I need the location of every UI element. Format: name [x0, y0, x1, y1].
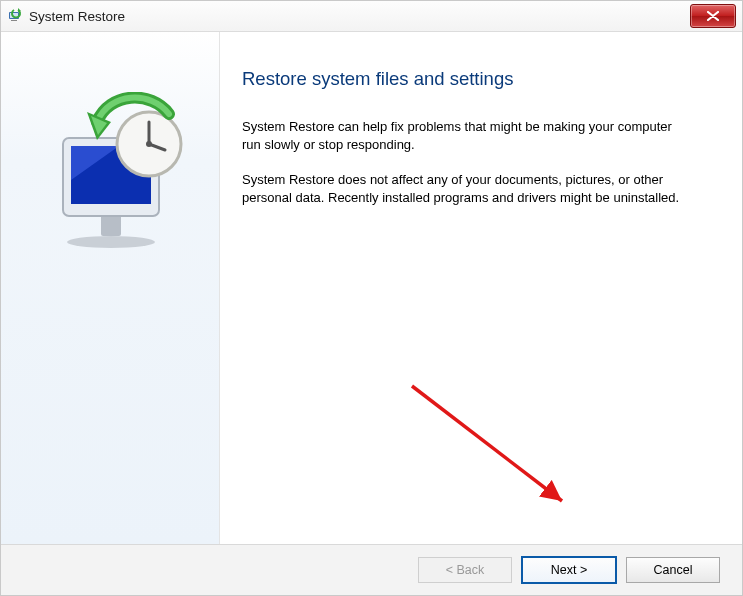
close-button[interactable]: [690, 4, 736, 28]
next-button[interactable]: Next >: [522, 557, 616, 583]
dialog-body: Restore system files and settings System…: [1, 32, 742, 544]
back-button: < Back: [418, 557, 512, 583]
main-content: Restore system files and settings System…: [220, 32, 742, 544]
svg-point-4: [67, 236, 155, 248]
window-title: System Restore: [29, 9, 125, 24]
svg-rect-2: [11, 20, 17, 21]
system-restore-icon: [7, 8, 23, 24]
system-restore-window: System Restore: [0, 0, 743, 596]
svg-point-12: [146, 141, 152, 147]
close-icon: [707, 11, 719, 21]
wizard-footer: < Back Next > Cancel: [1, 544, 742, 595]
page-heading: Restore system files and settings: [242, 68, 694, 90]
intro-paragraph-1: System Restore can help fix problems tha…: [242, 118, 682, 153]
cancel-button[interactable]: Cancel: [626, 557, 720, 583]
titlebar: System Restore: [1, 1, 742, 32]
restore-illustration: [41, 92, 191, 252]
side-panel: [1, 32, 220, 544]
intro-paragraph-2: System Restore does not affect any of yo…: [242, 171, 682, 206]
